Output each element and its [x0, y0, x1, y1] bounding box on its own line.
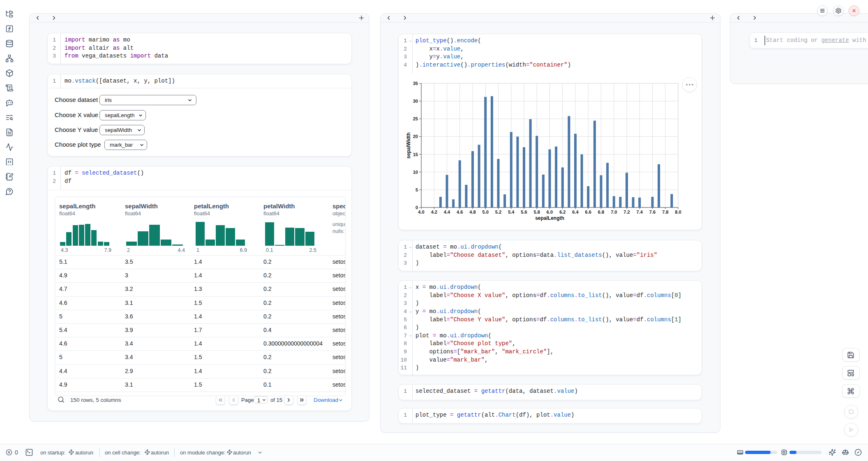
svg-text:5.6: 5.6 — [521, 210, 527, 214]
svg-text:7.2: 7.2 — [623, 210, 630, 214]
svg-text:6.6: 6.6 — [585, 210, 591, 214]
svg-text:7.8: 7.8 — [662, 210, 668, 214]
svg-text:7.0: 7.0 — [611, 210, 617, 214]
svg-text:10: 10 — [413, 170, 418, 175]
svg-text:4.2: 4.2 — [431, 210, 437, 214]
svg-text:25: 25 — [413, 116, 418, 121]
svg-text:5.0: 5.0 — [482, 210, 489, 214]
svg-text:6.0: 6.0 — [547, 210, 553, 214]
svg-text:7.6: 7.6 — [649, 210, 656, 214]
svg-text:6.2: 6.2 — [559, 210, 566, 214]
svg-text:35: 35 — [413, 81, 418, 86]
svg-text:sepalLength: sepalLength — [535, 215, 564, 221]
svg-text:6.8: 6.8 — [598, 210, 604, 214]
svg-text:6.4: 6.4 — [572, 210, 579, 214]
svg-text:5.8: 5.8 — [534, 210, 540, 214]
svg-text:5: 5 — [416, 187, 418, 192]
svg-text:4.8: 4.8 — [469, 210, 476, 214]
svg-text:15: 15 — [413, 152, 418, 157]
svg-text:sepalWidth: sepalWidth — [406, 132, 411, 159]
svg-text:0: 0 — [416, 205, 418, 210]
svg-text:7.4: 7.4 — [637, 210, 643, 214]
svg-text:4.6: 4.6 — [457, 210, 463, 214]
svg-text:30: 30 — [413, 99, 418, 104]
svg-text:4.0: 4.0 — [418, 210, 424, 214]
svg-text:8.0: 8.0 — [675, 210, 681, 214]
svg-text:20: 20 — [413, 134, 418, 139]
svg-text:4.4: 4.4 — [444, 210, 450, 214]
svg-text:5.2: 5.2 — [495, 210, 501, 214]
svg-text:5.4: 5.4 — [508, 210, 515, 214]
